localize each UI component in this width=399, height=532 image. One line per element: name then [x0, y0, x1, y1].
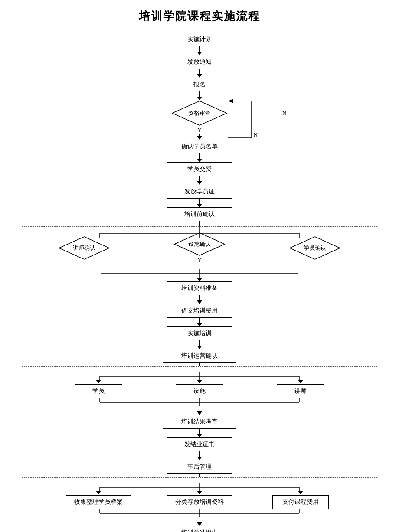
converge-area-3 — [48, 509, 351, 517]
converge-area — [22, 269, 377, 278]
label-y-sheshi: Y — [198, 257, 202, 264]
node-peixun-ziliao-zhunbei: 培训资料准备 — [167, 281, 232, 295]
converge-area-2 — [48, 398, 351, 406]
three-archive-boxes: 收集整理学员档案 分类存放培训资料 支付课程费用 — [48, 491, 351, 509]
node-xueyuan: 学员 — [75, 384, 122, 398]
col-xueyuan-diamond: 学员确认 — [257, 236, 373, 260]
node-pay-course-fee: 支付课程费用 — [272, 495, 329, 509]
label-y-zige: Y — [198, 127, 202, 134]
node-peixun-jieguo-kaocha: 培训结果考查 — [163, 415, 236, 429]
col-xueyuan-box: 学员 — [48, 380, 149, 398]
diamond-zigeshcha-wrapper: 资格审查 N — [17, 100, 382, 126]
col-sheshi-diamond: 设施确认 Y — [142, 232, 257, 264]
branch-area — [48, 372, 351, 380]
col-archive3: 支付课程费用 — [250, 491, 351, 509]
node-peixun-yunying-queren: 培训运营确认 — [163, 349, 236, 363]
node-jiezhi-peixun-feiyong: 借支培训费用 — [167, 304, 232, 318]
col-jiangshi-box: 讲师 — [250, 380, 351, 398]
col-sheshi-box: 设施 — [149, 380, 250, 398]
node-peixun-qian-queren: 培训前确认 — [167, 207, 232, 221]
dashed-confirm-section: 讲师确认 设施确认 Y — [22, 226, 377, 269]
node-baoming: 报名 — [167, 78, 232, 91]
col-jiangshi: 讲师确认 — [26, 236, 142, 260]
node-fafang-tongzhi: 发放通知 — [167, 55, 232, 69]
node-sheshi-queren: 设施确认 — [188, 240, 211, 248]
dashed-archive-section: 收集整理学员档案 分类存放培训资料 支付课程费用 — [22, 477, 377, 522]
node-zige-shencha: 资格审查 — [188, 109, 211, 117]
node-classify-archive: 分类存放培训资料 — [167, 495, 232, 509]
node-collect-archive: 收集整理学员档案 — [66, 495, 131, 509]
node-peixun-zongjie-baogao: 培训总结报告 — [163, 526, 236, 532]
node-xueyuan-jiaofei: 学员交费 — [167, 162, 232, 176]
dashed-post-section: 学员 设施 讲师 — [22, 366, 377, 411]
page: 培训学院课程实施流程 实施计划 发放通知 报名 — [0, 0, 399, 532]
node-shishi-peixun: 实施培训 — [167, 326, 232, 340]
col-archive2: 分类存放培训资料 — [149, 491, 250, 509]
node-fa-jieye-zhenshu: 发结业证书 — [167, 437, 232, 451]
node-jiangshi-queren: 讲师确认 — [73, 244, 95, 252]
node-shihou-guanli: 事后管理 — [167, 460, 232, 474]
branch-area-2 — [48, 483, 351, 491]
node-xueyuan-queren: 学员确认 — [304, 244, 326, 252]
node-sheshi: 设施 — [176, 384, 223, 398]
three-boxes-row: 学员 设施 讲师 — [48, 380, 351, 398]
node-jiangshi: 讲师 — [277, 384, 324, 398]
page-title: 培训学院课程实施流程 — [17, 9, 382, 24]
node-fafang-xueyuanzheng: 发放学员证 — [167, 185, 232, 199]
three-diamonds-row: 讲师确认 设施确认 Y — [26, 232, 373, 264]
node-shishi-jihua: 实施计划 — [167, 33, 232, 46]
col-archive1: 收集整理学员档案 — [48, 491, 149, 509]
node-queren-xueyuan-mingdan: 确认学员名单 — [167, 140, 232, 153]
flowchart: 实施计划 发放通知 报名 资格审查 — [17, 33, 382, 532]
label-n: N — [282, 110, 286, 117]
